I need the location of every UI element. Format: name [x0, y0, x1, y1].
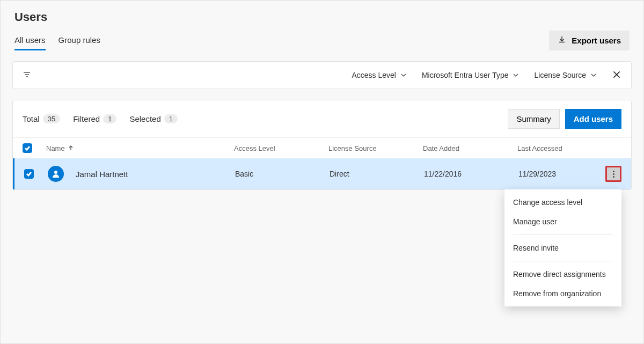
download-icon	[558, 35, 566, 46]
total-label: Total	[23, 114, 40, 123]
cell-access-level: Basic	[235, 170, 330, 178]
column-date-added[interactable]: Date Added	[423, 144, 517, 152]
selected-count: 1	[164, 114, 178, 123]
users-panel: Total 35 Filtered 1 Selected 1 Summary A…	[12, 100, 632, 190]
filter-entra-user-type[interactable]: Microsoft Entra User Type	[422, 71, 519, 79]
sort-ascending-icon	[68, 145, 74, 151]
add-users-button[interactable]: Add users	[565, 109, 621, 129]
summary-button[interactable]: Summary	[508, 109, 559, 129]
select-all-checkbox[interactable]	[23, 143, 32, 153]
column-name-label: Name	[46, 144, 65, 152]
counts-row: Total 35 Filtered 1 Selected 1 Summary A…	[13, 100, 631, 137]
svg-point-0	[54, 171, 57, 174]
filter-access-level-label: Access Level	[352, 71, 396, 79]
menu-manage-user[interactable]: Manage user	[504, 212, 621, 231]
filter-bar: Access Level Microsoft Entra User Type L…	[12, 61, 632, 89]
menu-remove-direct[interactable]: Remove direct assignments	[504, 265, 621, 284]
tab-group-rules[interactable]: Group rules	[58, 31, 100, 50]
avatar	[48, 166, 64, 182]
chevron-down-icon	[590, 72, 597, 78]
table-row[interactable]: Jamal Hartnett Basic Direct 11/22/2016 1…	[13, 158, 631, 189]
cell-date-added: 11/22/2016	[424, 170, 518, 178]
table-header: Name Access Level License Source Date Ad…	[13, 137, 631, 158]
context-menu: Change access level Manage user Resend i…	[504, 189, 621, 306]
more-vertical-icon	[613, 171, 614, 178]
export-users-label: Export users	[572, 36, 621, 45]
menu-resend-invite[interactable]: Resend invite	[504, 238, 621, 258]
selected-label: Selected	[129, 114, 160, 123]
filtered-label: Filtered	[73, 114, 100, 123]
column-license-source[interactable]: License Source	[328, 144, 423, 152]
chevron-down-icon	[513, 72, 519, 78]
row-checkbox[interactable]	[24, 169, 34, 179]
cell-last-accessed: 11/29/2023	[518, 170, 605, 178]
filter-license-source[interactable]: License Source	[534, 71, 597, 79]
filter-entra-user-type-label: Microsoft Entra User Type	[422, 71, 509, 79]
filter-icon[interactable]	[23, 70, 31, 80]
chevron-down-icon	[400, 72, 407, 78]
column-name[interactable]: Name	[46, 144, 234, 152]
export-users-button[interactable]: Export users	[549, 31, 630, 50]
filtered-count: 1	[103, 114, 116, 123]
menu-change-access-level[interactable]: Change access level	[504, 193, 621, 212]
tab-row: All users Group rules Export users	[1, 31, 643, 50]
menu-remove-org[interactable]: Remove from organization	[504, 284, 621, 303]
cell-name: Jamal Hartnett	[76, 170, 235, 179]
column-access-level[interactable]: Access Level	[234, 144, 328, 152]
column-last-accessed[interactable]: Last Accessed	[517, 144, 621, 152]
page-title: Users	[1, 1, 643, 31]
close-icon[interactable]	[597, 70, 621, 81]
cell-license-source: Direct	[330, 170, 424, 178]
filter-license-source-label: License Source	[534, 71, 586, 79]
menu-separator	[513, 235, 613, 235]
menu-separator	[513, 261, 613, 261]
tab-all-users[interactable]: All users	[14, 31, 46, 50]
total-count: 35	[43, 114, 60, 123]
filter-access-level[interactable]: Access Level	[352, 71, 406, 79]
row-actions-button[interactable]	[605, 166, 621, 182]
